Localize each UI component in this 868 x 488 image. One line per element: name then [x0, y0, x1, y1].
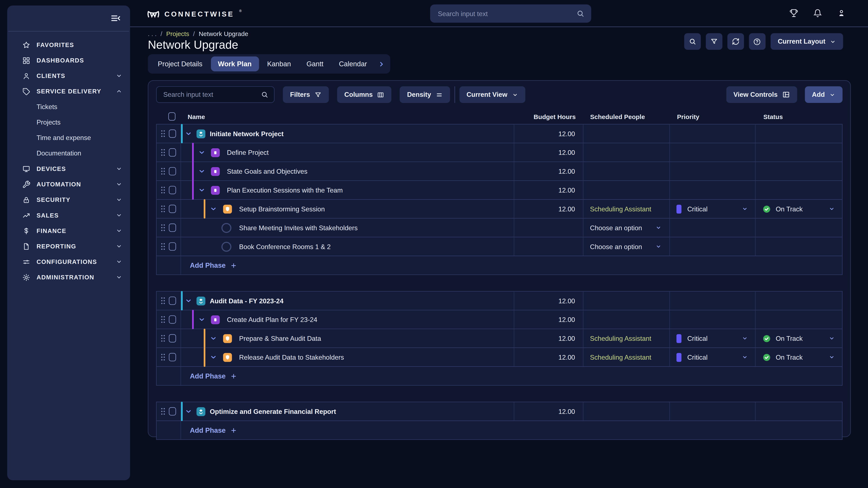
priority-cell[interactable]: Critical: [670, 329, 756, 347]
breadcrumb-ellipsis[interactable]: . . .: [148, 31, 157, 37]
expand-chevron-icon[interactable]: [198, 149, 205, 156]
todo-circle-icon[interactable]: [221, 223, 231, 233]
page-search-button[interactable]: [684, 33, 701, 50]
row-checkbox[interactable]: [169, 148, 176, 157]
expand-chevron-icon[interactable]: [210, 354, 217, 361]
row-checkbox[interactable]: [169, 186, 176, 194]
search-icon[interactable]: [576, 9, 585, 18]
search-icon[interactable]: [261, 91, 269, 98]
current-view-button[interactable]: Current View: [459, 87, 525, 103]
column-header-scheduled-people[interactable]: Scheduled People: [583, 109, 670, 124]
expand-chevron-icon[interactable]: [210, 335, 217, 342]
page-filter-button[interactable]: [706, 33, 722, 50]
sidebar-collapse-icon[interactable]: [110, 13, 121, 24]
row-name[interactable]: Share Meeting Invites with Stakeholders: [239, 224, 358, 232]
tab-project-details[interactable]: Project Details: [151, 56, 210, 71]
status-cell[interactable]: On Track: [756, 200, 842, 218]
scheduled-people-cell[interactable]: Scheduling Assistant: [583, 329, 670, 347]
row-name[interactable]: State Goals and Objectives: [227, 167, 308, 175]
tab-calendar[interactable]: Calendar: [332, 56, 374, 71]
sidebar-item-reporting[interactable]: REPORTING: [7, 238, 130, 254]
sidebar-item-clients[interactable]: CLIENTS: [7, 68, 130, 84]
table-search-input[interactable]: [162, 90, 261, 99]
sidebar-item-favorites[interactable]: FAVORITES: [7, 37, 130, 53]
notifications-bell-icon[interactable]: [812, 7, 824, 19]
sidebar-item-finance[interactable]: FINANCE: [7, 223, 130, 238]
row-name[interactable]: Book Conference Rooms 1 & 2: [239, 242, 331, 250]
view-controls-button[interactable]: View Controls: [726, 87, 797, 103]
row-checkbox[interactable]: [169, 296, 176, 305]
sidebar-item-sales[interactable]: SALES: [7, 207, 130, 223]
sidebar-item-tickets[interactable]: Tickets: [7, 99, 130, 115]
drag-handle-icon[interactable]: [159, 242, 166, 251]
row-checkbox[interactable]: [169, 353, 176, 361]
columns-button[interactable]: Columns: [337, 87, 392, 103]
sidebar-item-administration[interactable]: ADMINISTRATION: [7, 269, 130, 285]
drag-handle-icon[interactable]: [159, 148, 166, 157]
sidebar-item-configurations[interactable]: CONFIGURATIONS: [7, 254, 130, 269]
row-name[interactable]: Initiate Network Project: [210, 130, 283, 138]
scheduled-people-select[interactable]: Choose an option: [583, 237, 669, 256]
priority-cell[interactable]: Critical: [670, 348, 756, 366]
row-checkbox[interactable]: [169, 407, 176, 416]
expand-chevron-icon[interactable]: [198, 186, 205, 194]
scheduled-people-cell[interactable]: Scheduling Assistant: [583, 348, 670, 366]
row-name[interactable]: Create Audit Plan for FY 23-24: [227, 316, 317, 323]
filters-button[interactable]: Filters: [283, 87, 329, 103]
priority-cell[interactable]: Critical: [670, 200, 756, 218]
scheduled-people-link[interactable]: Scheduling Assistant: [583, 205, 651, 213]
row-checkbox[interactable]: [169, 223, 176, 232]
sidebar-item-projects[interactable]: Projects: [7, 115, 130, 130]
sidebar-item-time-and-expense[interactable]: Time and expense: [7, 130, 130, 145]
expand-chevron-icon[interactable]: [198, 316, 205, 323]
user-avatar-icon[interactable]: [835, 7, 847, 19]
sidebar-item-security[interactable]: SECURITY: [7, 192, 130, 207]
scheduled-people-link[interactable]: Scheduling Assistant: [583, 334, 651, 342]
status-cell[interactable]: On Track: [756, 348, 842, 366]
select-all-checkbox[interactable]: [168, 112, 176, 121]
breadcrumb-projects-link[interactable]: Projects: [166, 31, 189, 37]
drag-handle-icon[interactable]: [159, 315, 166, 324]
row-checkbox[interactable]: [169, 242, 176, 251]
drag-handle-icon[interactable]: [159, 204, 166, 214]
row-checkbox[interactable]: [169, 205, 176, 213]
scheduled-people-cell[interactable]: Choose an option: [583, 219, 670, 237]
drag-handle-icon[interactable]: [159, 352, 166, 362]
expand-chevron-icon[interactable]: [185, 130, 192, 137]
expand-chevron-icon[interactable]: [210, 205, 217, 213]
row-name[interactable]: Audit Data - FY 2023-24: [210, 297, 283, 304]
add-button[interactable]: Add: [805, 87, 842, 103]
expand-chevron-icon[interactable]: [185, 408, 192, 415]
row-checkbox[interactable]: [169, 315, 176, 324]
row-name[interactable]: Setup Brainstorming Session: [239, 205, 324, 213]
page-refresh-button[interactable]: [727, 33, 744, 50]
row-checkbox[interactable]: [169, 334, 176, 343]
current-layout-button[interactable]: Current Layout: [771, 33, 843, 50]
scheduled-people-cell[interactable]: Choose an option: [583, 237, 670, 256]
global-search-input[interactable]: [437, 9, 576, 18]
add-phase-button[interactable]: Add Phase: [181, 256, 237, 274]
sidebar-item-devices[interactable]: DEVICES: [7, 161, 130, 176]
row-name[interactable]: Plan Execution Sessions with the Team: [227, 186, 343, 194]
row-checkbox[interactable]: [169, 129, 176, 138]
row-name[interactable]: Prepare & Share Audit Data: [239, 334, 321, 342]
scheduled-people-link[interactable]: Scheduling Assistant: [583, 353, 651, 361]
status-cell[interactable]: On Track: [756, 329, 842, 347]
trophy-icon[interactable]: [788, 7, 800, 19]
tab-kanban[interactable]: Kanban: [260, 56, 298, 71]
row-name[interactable]: Define Project: [227, 149, 269, 156]
tab-work-plan[interactable]: Work Plan: [211, 56, 259, 71]
todo-circle-icon[interactable]: [221, 241, 231, 252]
drag-handle-icon[interactable]: [159, 407, 166, 416]
drag-handle-icon[interactable]: [159, 334, 166, 343]
scheduled-people-select[interactable]: Choose an option: [583, 219, 669, 237]
row-name[interactable]: Optimize and Generate Financial Report: [210, 408, 336, 415]
sidebar-item-documentation[interactable]: Documentation: [7, 145, 130, 161]
sidebar-item-service-delivery[interactable]: SERVICE DELIVERY: [7, 84, 130, 99]
drag-handle-icon[interactable]: [159, 223, 166, 232]
column-header-status[interactable]: Status: [756, 109, 843, 124]
column-header-budget-hours[interactable]: Budget Hours: [514, 109, 584, 124]
add-phase-button[interactable]: Add Phase: [181, 421, 237, 439]
expand-chevron-icon[interactable]: [185, 297, 192, 304]
add-phase-button[interactable]: Add Phase: [181, 367, 237, 385]
